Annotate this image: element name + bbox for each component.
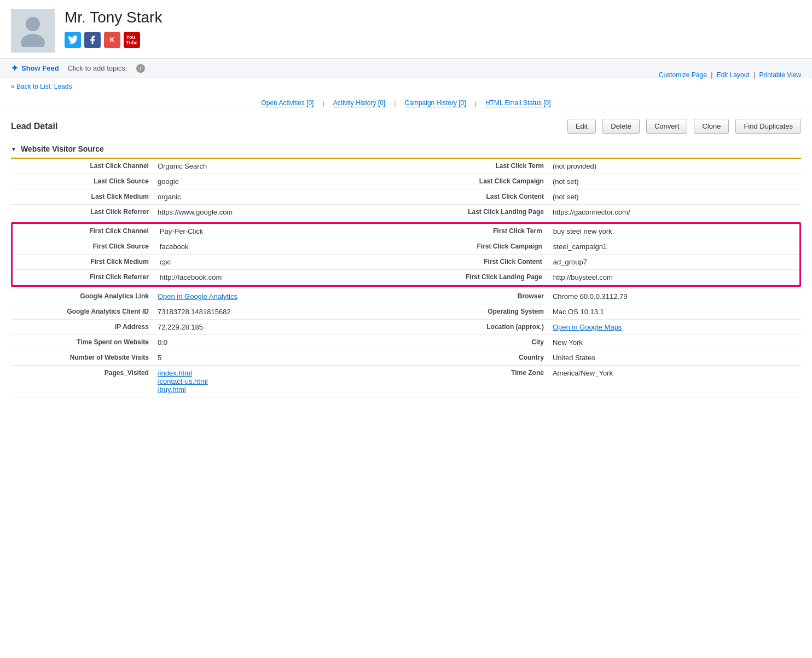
field-label: Location (approx.) — [406, 320, 548, 335]
field-value-cell: Chrome 60.0.0.3112.79 — [548, 289, 801, 304]
youtube-icon[interactable]: YouTube — [124, 32, 140, 48]
first-click-section: First Click Channel Pay-Per-Click First … — [11, 222, 801, 287]
field-value: ad_group7 — [548, 255, 799, 270]
field-label: Browser — [406, 289, 548, 304]
back-to-list-link[interactable]: « Back to List: Leads — [11, 83, 72, 90]
analytics-link[interactable]: Open in Google Analytics — [158, 292, 237, 301]
field-value: Pay-Per-Click — [154, 224, 406, 239]
field-value: https://www.google.com — [153, 205, 406, 220]
field-label: First Click Landing Page — [406, 270, 548, 285]
website-visitor-section: ▼ Website Visitor Source Last Click Chan… — [0, 140, 812, 220]
field-label: First Click Term — [406, 224, 548, 239]
table-row: Pages_Visited /index.html/contact-us.htm… — [11, 366, 801, 397]
field-value-cell: 5 — [153, 350, 406, 366]
customize-page-link[interactable]: Customize Page — [659, 71, 707, 79]
delete-button[interactable]: Delete — [602, 119, 640, 134]
field-label: First Click Channel — [13, 224, 154, 239]
table-row: Google Analytics Client ID 73183728.1481… — [11, 304, 801, 320]
field-label: First Click Source — [13, 239, 154, 255]
field-label: City — [406, 335, 548, 350]
clone-button[interactable]: Clone — [694, 119, 729, 134]
page-link[interactable]: /contact-us.html — [158, 377, 402, 385]
field-label: Country — [406, 350, 548, 366]
table-row: First Click Channel Pay-Per-Click First … — [13, 224, 799, 239]
field-value: 5 — [158, 354, 161, 362]
field-label: Time Zone — [406, 366, 548, 397]
field-label: Last Click Landing Page — [406, 205, 548, 220]
table-row: Last Click Medium organic Last Click Con… — [11, 189, 801, 205]
field-label: Operating System — [406, 304, 548, 320]
field-label: Google Analytics Link — [11, 289, 153, 304]
field-label: Last Click Campaign — [406, 174, 548, 189]
bottom-table: Google Analytics Link Open in Google Ana… — [11, 289, 801, 397]
field-value: facebook — [154, 239, 406, 255]
field-label: First Click Campaign — [406, 239, 548, 255]
avatar — [11, 9, 55, 53]
open-activities-link[interactable]: Open Activities [0] — [261, 99, 314, 107]
field-value-cell: 73183728.1481815682 — [153, 304, 406, 320]
field-value: cpc — [154, 255, 406, 270]
campaign-history-link[interactable]: Campaign History [0] — [405, 99, 466, 107]
show-feed-button[interactable]: ✦ Show Feed — [11, 63, 59, 73]
field-label: Time Spent on Website — [11, 335, 153, 350]
maps-link[interactable]: Open in Google Maps — [553, 323, 622, 331]
twitter-icon[interactable] — [65, 32, 81, 48]
top-right-links: Customize Page | Edit Layout | Printable… — [659, 71, 801, 79]
printable-view-link[interactable]: Printable View — [759, 71, 802, 79]
field-value: google — [153, 174, 406, 189]
activity-history-link[interactable]: Activity History [0] — [333, 99, 385, 107]
convert-button[interactable]: Convert — [646, 119, 688, 134]
collapse-icon[interactable]: ▼ — [11, 146, 16, 152]
header-right: Mr. Tony Stark K YouTube — [65, 9, 801, 48]
table-row: First Click Medium cpc First Click Conte… — [13, 255, 799, 270]
field-value-cell: 72.229.28.185 — [153, 320, 406, 335]
field-value: http://facebook.com — [154, 270, 406, 285]
facebook-icon[interactable] — [84, 32, 101, 48]
lead-detail-title: Lead Detail — [11, 122, 561, 131]
field-value: New York — [553, 338, 583, 347]
field-label: Last Click Medium — [11, 189, 153, 205]
table-row: First Click Referrer http://facebook.com… — [13, 270, 799, 285]
field-value-cell: 0:0 — [153, 335, 406, 350]
table-row: IP Address 72.229.28.185 Location (appro… — [11, 320, 801, 335]
field-label: Last Click Referrer — [11, 205, 153, 220]
first-click-table: First Click Channel Pay-Per-Click First … — [13, 224, 799, 285]
field-label: First Click Referrer — [13, 270, 154, 285]
show-feed-label: Show Feed — [21, 64, 59, 72]
field-label: First Click Content — [406, 255, 548, 270]
field-label: Last Click Channel — [11, 159, 153, 174]
field-value: 0:0 — [158, 338, 167, 347]
edit-layout-link[interactable]: Edit Layout — [717, 71, 750, 79]
field-value: (not set) — [548, 174, 801, 189]
page-link[interactable]: /index.html — [158, 369, 402, 377]
field-label: Last Click Source — [11, 174, 153, 189]
svg-point-0 — [26, 17, 40, 31]
html-email-status-link[interactable]: HTML Email Status [0] — [485, 99, 551, 107]
field-value-cell: Open in Google Analytics — [153, 289, 406, 304]
table-row: Last Click Channel Organic Search Last C… — [11, 159, 801, 174]
field-value: (not set) — [548, 189, 801, 205]
last-click-table: Last Click Channel Organic Search Last C… — [11, 159, 801, 220]
social-icons-bar: K YouTube — [65, 32, 801, 48]
info-icon[interactable]: i — [136, 64, 145, 73]
pages-visited: /index.html/contact-us.html/buy.html — [158, 369, 402, 394]
section-header: ▼ Website Visitor Source — [11, 140, 801, 159]
edit-button[interactable]: Edit — [567, 119, 596, 134]
field-label: First Click Medium — [13, 255, 154, 270]
field-value: Mac OS 10.13.1 — [553, 308, 604, 316]
field-label: IP Address — [11, 320, 153, 335]
klout-icon[interactable]: K — [104, 32, 120, 48]
plus-icon: ✦ — [11, 63, 18, 73]
table-row: Google Analytics Link Open in Google Ana… — [11, 289, 801, 304]
field-label: Last Click Term — [406, 159, 548, 174]
section-title: Website Visitor Source — [21, 145, 104, 153]
field-value: United States — [553, 354, 595, 362]
page-link[interactable]: /buy.html — [158, 385, 402, 394]
field-value-cell: United States — [548, 350, 801, 366]
table-row: Last Click Referrer https://www.google.c… — [11, 205, 801, 220]
table-row: First Click Source facebook First Click … — [13, 239, 799, 255]
field-value: 73183728.1481815682 — [158, 308, 231, 316]
field-value: http://buysteel.com — [548, 270, 799, 285]
find-duplicates-button[interactable]: Find Duplicates — [735, 119, 801, 134]
field-value-cell: /index.html/contact-us.html/buy.html — [153, 366, 406, 397]
